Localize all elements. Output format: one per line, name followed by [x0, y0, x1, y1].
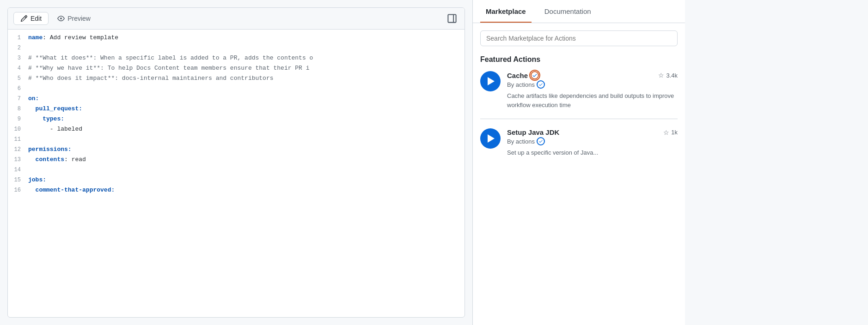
star-count-setup-java: 1k [671, 129, 678, 136]
code-line-8: 8 pull_request: [8, 104, 465, 114]
verified-badge-by-setup-java [537, 137, 545, 145]
action-item-cache: Cache ☆ 3.4k By actions [480, 71, 678, 109]
edit-tab-label: Edit [31, 15, 42, 22]
action-icon-setup-java[interactable] [480, 128, 501, 149]
action-name-row-cache: Cache [507, 71, 539, 79]
code-line-15: 15 jobs: [8, 175, 465, 186]
star-count-cache: 3.4k [666, 72, 678, 79]
panel-toggle-icon [447, 13, 457, 24]
play-icon-cache [488, 77, 495, 85]
editor-panel: Edit Preview 1 name: Add review template… [7, 7, 465, 318]
preview-icon [57, 15, 65, 22]
verified-badge-by-cache [537, 80, 545, 89]
star-icon-cache: ☆ [658, 72, 664, 79]
preview-tab-label: Preview [67, 15, 91, 22]
featured-actions-title: Featured Actions [480, 55, 678, 64]
tab-edit[interactable]: Edit [13, 12, 49, 25]
editor-tabs: Edit Preview [13, 12, 98, 25]
code-line-5: 5 # **Who does it impact**: docs-interna… [8, 74, 465, 84]
edit-icon [20, 15, 28, 22]
marketplace-body[interactable]: Featured Actions Cache [473, 23, 685, 325]
action-header-setup-java: Setup Java JDK ☆ 1k [507, 128, 678, 136]
code-line-11: 11 [8, 135, 465, 145]
action-name-cache: Cache [507, 72, 528, 79]
divider-1 [480, 119, 678, 119]
action-info-cache: Cache ☆ 3.4k By actions [507, 71, 678, 109]
tab-documentation[interactable]: Documentation [539, 0, 597, 23]
search-input[interactable] [480, 30, 678, 46]
editor-toolbar: Edit Preview [8, 8, 465, 30]
code-line-2: 2 [8, 43, 465, 54]
marketplace-panel: Marketplace Documentation Featured Actio… [472, 0, 685, 325]
play-icon-setup-java [488, 134, 495, 143]
verified-badge-cache [531, 71, 539, 79]
action-name-row-setup-java: Setup Java JDK [507, 128, 559, 136]
action-description-setup-java: Set up a specific version of Java... [507, 148, 678, 157]
code-line-1: 1 name: Add review template [8, 33, 465, 43]
star-icon-setup-java: ☆ [663, 129, 669, 136]
action-name-setup-java: Setup Java JDK [507, 128, 559, 136]
code-line-13: 13 contents: read [8, 155, 465, 165]
checkmark-icon-cache [532, 72, 538, 78]
marketplace-tabs: Marketplace Documentation [473, 0, 685, 23]
action-info-setup-java: Setup Java JDK ☆ 1k By actions Set [507, 128, 678, 157]
code-line-14: 14 [8, 165, 465, 175]
action-by-setup-java: By actions [507, 137, 678, 145]
checkmark-by-icon-cache [538, 82, 543, 87]
checkmark-by-icon-setup-java [538, 139, 543, 144]
action-header-cache: Cache ☆ 3.4k [507, 71, 678, 79]
action-icon-cache[interactable] [480, 71, 501, 91]
code-line-3: 3 # **What it does**: When a specific la… [8, 54, 465, 64]
star-rating-setup-java: ☆ 1k [663, 129, 678, 136]
code-line-9: 9 types: [8, 114, 465, 125]
code-line-4: 4 # **Why we have it**: To help Docs Con… [8, 64, 465, 74]
star-rating-cache: ☆ 3.4k [658, 72, 678, 79]
code-line-12: 12 permissions: [8, 145, 465, 155]
code-line-6: 6 [8, 84, 465, 94]
code-line-7: 7 on: [8, 94, 465, 104]
editor-content[interactable]: 1 name: Add review template 2 3 # **What… [8, 30, 465, 317]
action-description-cache: Cache artifacts like dependencies and bu… [507, 91, 678, 109]
code-line-10: 10 - labeled [8, 125, 465, 135]
action-by-cache: By actions [507, 80, 678, 89]
action-item-setup-java: Setup Java JDK ☆ 1k By actions Set [480, 128, 678, 157]
panel-toggle-button[interactable] [445, 12, 459, 25]
code-line-16: 16 comment-that-approved: [8, 186, 465, 196]
tab-preview[interactable]: Preview [50, 12, 98, 25]
tab-marketplace[interactable]: Marketplace [480, 0, 532, 23]
